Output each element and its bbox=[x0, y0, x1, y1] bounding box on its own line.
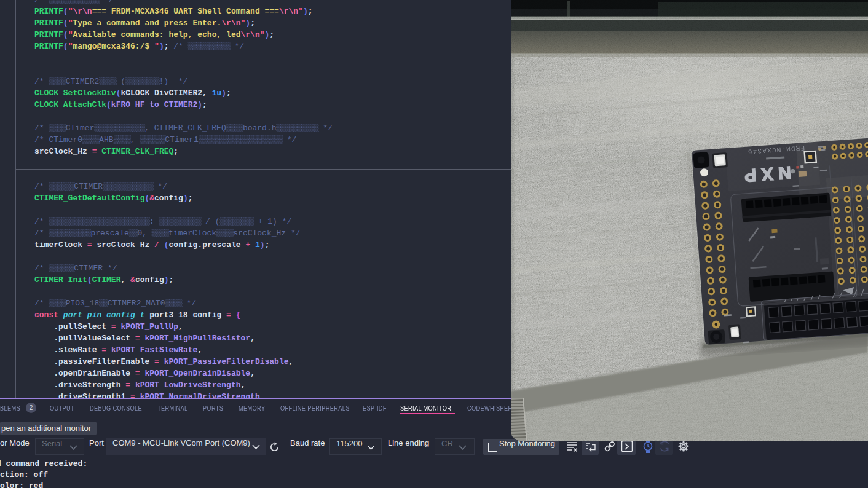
svg-text:NXP: NXP bbox=[744, 163, 792, 186]
